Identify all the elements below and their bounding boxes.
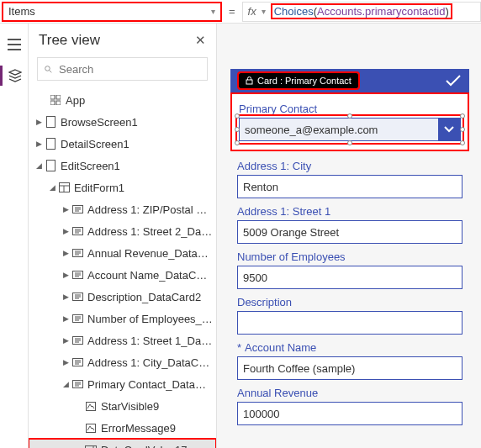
tree-view-panel: Tree view ✕ App ▶ BrowseScreen1 ▶ Detail…: [29, 24, 217, 448]
svg-rect-19: [87, 424, 96, 432]
field-label-text: Account Name: [245, 341, 316, 354]
tree-node-browsescreen[interactable]: ▶ BrowseScreen1: [29, 111, 216, 133]
form-icon: [57, 182, 71, 192]
svg-rect-3: [50, 101, 55, 105]
field-input[interactable]: 9500: [237, 266, 462, 289]
datacard-icon: [71, 314, 84, 323]
primary-contact-combobox[interactable]: someone_a@example.com: [239, 118, 461, 141]
svg-point-0: [45, 66, 50, 71]
collapse-icon[interactable]: ◢: [47, 183, 57, 192]
field-label: Number of Employees: [237, 250, 462, 263]
tree-node-numemp[interactable]: ▶ Number of Employees_DataCard2: [29, 308, 216, 329]
resize-handle[interactable]: [460, 127, 465, 132]
card-header-bar: Card : Primary Contact: [230, 69, 469, 92]
tree-root: App ▶ BrowseScreen1 ▶ DetailScreen1 ◢ Ed…: [29, 87, 216, 448]
check-icon[interactable]: [446, 75, 461, 87]
lock-icon: [246, 76, 253, 85]
form-field: Address 1: CityRenton: [237, 160, 462, 198]
datacard-icon: [71, 293, 84, 301]
tree-node-street1[interactable]: ▶ Address 1: Street 1_DataCard2: [29, 329, 216, 351]
field-input[interactable]: Fourth Coffee (sample): [237, 356, 462, 380]
layers-icon: [8, 69, 22, 82]
resize-handle[interactable]: [347, 140, 352, 145]
form-field: Annual Revenue100000: [237, 387, 462, 425]
fx-icon: fx: [248, 5, 256, 18]
expand-icon[interactable]: ▶: [61, 293, 71, 301]
required-icon: *: [237, 341, 241, 354]
field-label-text: Number of Employees: [237, 250, 346, 263]
tree-node-city[interactable]: ▶ Address 1: City_DataCard2: [29, 351, 216, 373]
form-field: Description: [237, 296, 462, 335]
collapse-icon[interactable]: ◢: [61, 380, 71, 388]
tree-node-desc[interactable]: ▶ Description_DataCard2: [29, 286, 216, 308]
collapse-icon[interactable]: ◢: [34, 161, 44, 170]
field-input[interactable]: 5009 Orange Street: [237, 220, 462, 244]
expand-icon[interactable]: ▶: [61, 336, 71, 345]
field-input[interactable]: Renton: [237, 175, 462, 198]
svg-rect-1: [50, 95, 55, 99]
property-selector-label: Items: [8, 5, 35, 18]
field-label-text: Address 1: City: [237, 160, 311, 172]
tree-view-title: Tree view: [39, 32, 100, 49]
card-chip[interactable]: Card : Primary Contact: [239, 73, 358, 88]
tree-search-input[interactable]: [59, 63, 200, 76]
expand-icon[interactable]: ▶: [61, 249, 71, 257]
dropdown-button[interactable]: [438, 119, 460, 140]
field-label: Address 1: Street 1: [237, 205, 462, 218]
field-label: *Account Name: [237, 341, 462, 354]
form-field: Address 1: Street 15009 Orange Street: [237, 205, 462, 244]
resize-handle[interactable]: [347, 113, 352, 119]
tree-node-app[interactable]: App: [29, 89, 216, 111]
expand-icon[interactable]: ▶: [61, 358, 71, 366]
tree-node-zip[interactable]: ▶ Address 1: ZIP/Postal Code_DataCard2: [29, 198, 216, 220]
tree-node-street2[interactable]: ▶ Address 1: Street 2_DataCard2: [29, 220, 216, 242]
close-icon[interactable]: ✕: [195, 33, 206, 48]
expand-icon[interactable]: ▶: [34, 140, 44, 148]
app-icon: [49, 95, 62, 105]
tree-search[interactable]: [37, 57, 208, 81]
tree-node-annrev[interactable]: ▶ Annual Revenue_DataCard2: [29, 242, 216, 264]
field-input[interactable]: 100000: [237, 402, 462, 425]
hamburger-button[interactable]: [0, 35, 29, 54]
canvas[interactable]: Card : Primary Contact Primary Contact s…: [217, 24, 481, 448]
datacard-icon: [71, 227, 84, 235]
chevron-down-icon[interactable]: ▾: [262, 7, 266, 16]
tree-node-err[interactable]: ErrorMessage9: [29, 417, 216, 439]
tree-node-star[interactable]: StarVisible9: [29, 395, 216, 417]
resize-handle[interactable]: [235, 140, 240, 145]
property-selector[interactable]: Items ▾: [2, 2, 222, 22]
expand-icon[interactable]: ▶: [61, 271, 71, 279]
datacard-icon: [71, 380, 84, 388]
svg-rect-2: [56, 95, 61, 99]
tree-node-editform[interactable]: ◢ EditForm1: [29, 177, 216, 198]
formula-bar[interactable]: fx ▾ Choices(Accounts.primarycontactid): [242, 2, 481, 22]
label-icon: [84, 402, 98, 411]
expand-icon[interactable]: ▶: [61, 314, 71, 323]
screen-icon: [44, 138, 57, 150]
resize-handle[interactable]: [235, 113, 240, 119]
tree-node-detailscreen[interactable]: ▶ DetailScreen1: [29, 133, 216, 155]
svg-rect-22: [246, 80, 252, 84]
form-field: Number of Employees9500: [237, 250, 462, 289]
expand-icon[interactable]: ▶: [61, 227, 71, 235]
svg-rect-6: [46, 139, 55, 150]
field-label: Address 1: City: [237, 160, 462, 172]
field-input[interactable]: [237, 311, 462, 335]
svg-rect-18: [87, 402, 96, 410]
resize-handle[interactable]: [460, 113, 465, 119]
svg-rect-7: [46, 161, 55, 171]
tree-node-datacardvalue[interactable]: DataCardValue17: [29, 439, 216, 448]
resize-handle[interactable]: [235, 127, 240, 132]
tree-node-pcontact[interactable]: ◢ Primary Contact_DataCard1: [29, 373, 216, 395]
field-label: Annual Revenue: [237, 387, 462, 399]
chevron-down-icon: [444, 126, 454, 133]
datacard-icon: [71, 205, 84, 213]
tree-view-rail-button[interactable]: [0, 66, 29, 86]
tree-node-acctname[interactable]: ▶ Account Name_DataCard2: [29, 264, 216, 286]
expand-icon[interactable]: ▶: [34, 118, 44, 126]
resize-handle[interactable]: [460, 140, 465, 145]
primary-contact-card[interactable]: Card : Primary Contact Primary Contact s…: [230, 92, 469, 151]
expand-icon[interactable]: ▶: [61, 205, 71, 213]
tree-node-editscreen[interactable]: ◢ EditScreen1: [29, 155, 216, 177]
field-label: Description: [237, 296, 462, 308]
